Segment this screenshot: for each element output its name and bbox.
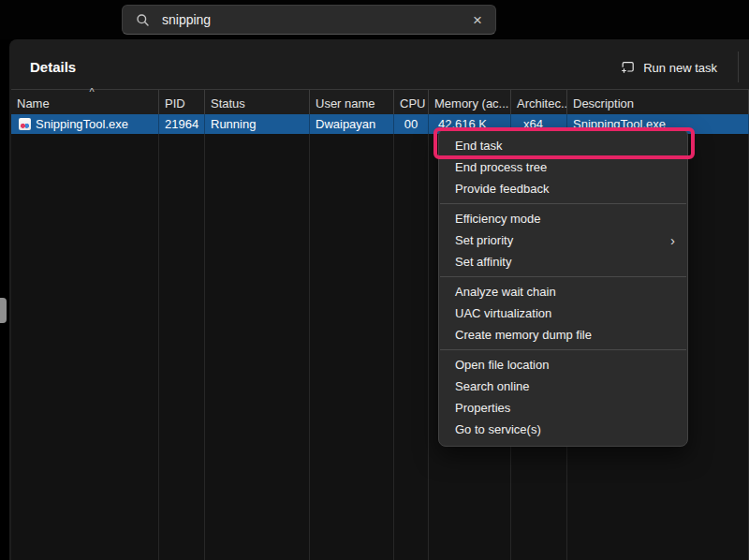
menu-item-set-priority-label: Set priority xyxy=(455,233,513,247)
row-cell-status: Running xyxy=(205,114,310,134)
row-cell-cpu: 00 xyxy=(394,114,429,134)
menu-item-go-to-services[interactable]: Go to service(s) xyxy=(439,419,687,440)
column-header-user-name[interactable]: User name xyxy=(310,90,394,115)
gridline-column xyxy=(205,134,310,560)
menu-item-create-memory-dump-file[interactable]: Create memory dump file xyxy=(439,324,687,346)
toolbar-divider xyxy=(738,52,739,82)
menu-item-end-task[interactable]: End task xyxy=(439,135,687,156)
menu-item-search-online[interactable]: Search online xyxy=(439,376,687,397)
run-new-task-icon xyxy=(620,60,635,75)
run-new-task-label: Run new task xyxy=(643,61,717,75)
row-cell-user-name: Dwaipayan xyxy=(310,114,394,134)
snippingtool-app-icon xyxy=(19,118,31,130)
menu-separator xyxy=(440,349,686,350)
gridline-column xyxy=(11,134,159,560)
menu-item-analyze-wait-chain[interactable]: Analyze wait chain xyxy=(439,281,687,302)
search-icon xyxy=(136,13,150,27)
menu-item-end-process-tree[interactable]: End process tree xyxy=(439,156,687,178)
menu-item-open-file-location[interactable]: Open file location xyxy=(439,354,687,376)
column-header-pid[interactable]: PID xyxy=(159,90,205,115)
menu-item-properties[interactable]: Properties xyxy=(439,397,687,419)
table-header: ^ Name PID Status User name CPU Memory (… xyxy=(11,89,749,114)
nav-pane-handle[interactable] xyxy=(0,298,7,323)
top-search-strip: × xyxy=(0,0,749,39)
menu-item-efficiency-mode[interactable]: Efficiency mode xyxy=(439,208,687,229)
menu-item-set-priority[interactable]: Set priority › xyxy=(439,229,687,251)
menu-separator xyxy=(440,276,686,277)
gridline-column xyxy=(310,134,394,560)
gridline-column xyxy=(159,134,205,560)
menu-separator xyxy=(440,203,686,204)
context-menu: End task End process tree Provide feedba… xyxy=(438,128,688,447)
column-header-memory[interactable]: Memory (ac... xyxy=(429,90,511,115)
run-new-task-button[interactable]: Run new task xyxy=(612,53,725,81)
column-header-architecture[interactable]: Architec... xyxy=(511,90,567,115)
sort-ascending-icon: ^ xyxy=(82,86,101,97)
row-cell-pid: 21964 xyxy=(159,114,205,134)
process-name: SnippingTool.exe xyxy=(36,117,128,131)
search-input[interactable] xyxy=(162,12,461,27)
page-title: Details xyxy=(30,59,76,75)
column-header-description[interactable]: Description xyxy=(567,90,749,115)
column-header-status[interactable]: Status xyxy=(205,90,310,115)
clear-search-icon[interactable]: × xyxy=(473,12,482,28)
menu-item-uac-virtualization[interactable]: UAC virtualization xyxy=(439,302,687,324)
menu-item-provide-feedback[interactable]: Provide feedback xyxy=(439,178,687,199)
column-header-cpu[interactable]: CPU xyxy=(394,90,429,115)
search-box[interactable]: × xyxy=(122,5,496,35)
gridline-column xyxy=(394,134,429,560)
menu-item-set-affinity[interactable]: Set affinity xyxy=(439,251,687,273)
submenu-chevron-icon: › xyxy=(670,229,675,251)
row-cell-name: SnippingTool.exe xyxy=(11,114,159,134)
